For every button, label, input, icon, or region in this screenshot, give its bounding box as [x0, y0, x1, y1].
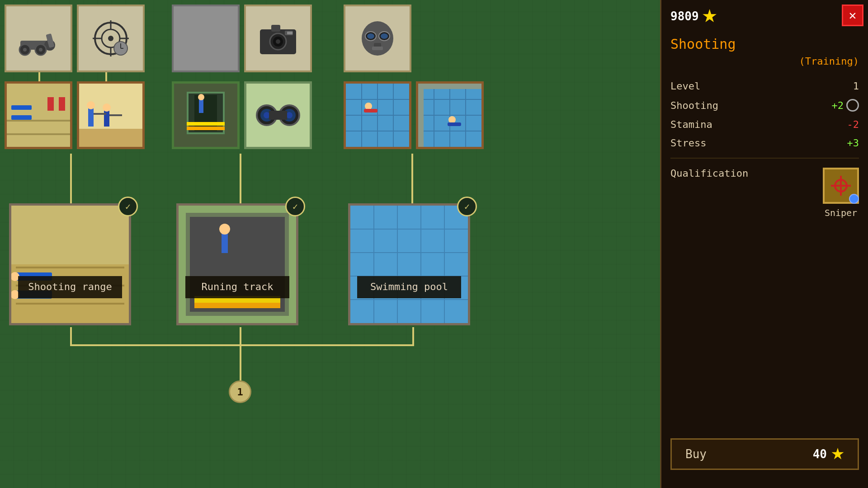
pool-scene-left	[346, 84, 409, 147]
svg-rect-49	[187, 122, 225, 126]
svg-rect-21	[271, 25, 280, 32]
svg-rect-51	[199, 99, 203, 113]
panel-title: Shooting	[670, 36, 859, 52]
svg-point-58	[286, 112, 292, 118]
svg-rect-40	[88, 108, 94, 127]
empty-icon-frame[interactable]	[172, 5, 240, 72]
svg-rect-34	[11, 105, 32, 110]
checkmark-shooting: ✓	[118, 197, 138, 216]
divider	[670, 158, 859, 159]
shooting-stat-value: +2	[832, 99, 859, 112]
svg-rect-91	[179, 206, 296, 213]
svg-rect-23	[287, 32, 292, 34]
svg-rect-94	[289, 206, 296, 323]
qualification-section: Qualification Sniper	[670, 168, 859, 218]
stat-row-level: Level 1	[670, 80, 859, 92]
wire-bottom-h	[70, 344, 414, 346]
sniper-icon-frame[interactable]	[77, 5, 145, 72]
stat-row-stamina: Stamina -2	[670, 119, 859, 130]
swimming-pool-label: Swimming pool	[357, 276, 461, 298]
wire-btm-center	[240, 327, 241, 346]
svg-point-57	[264, 112, 270, 118]
swimming-pool-card[interactable]: ✓ Swimming pool	[348, 203, 470, 325]
cannon-icon	[16, 16, 61, 61]
cannon-icon-frame[interactable]	[5, 5, 72, 72]
star-currency-icon	[703, 9, 717, 23]
sniper-qual-icon	[823, 168, 859, 204]
svg-rect-98	[222, 233, 228, 253]
number-badge: 1	[229, 380, 251, 403]
currency-amount: 9809	[670, 9, 699, 23]
sniper-target-icon	[88, 16, 133, 61]
qualification-name: Sniper	[823, 207, 859, 218]
shooting-range-card[interactable]: ✓ Shooting range	[9, 203, 131, 325]
pool-preview-left[interactable]	[344, 81, 411, 149]
running-track-scene	[174, 84, 237, 147]
camera-icon	[255, 16, 301, 61]
running-track-bg	[179, 206, 296, 323]
svg-rect-78	[418, 84, 424, 147]
stat-row-shooting: Shooting +2	[670, 99, 859, 112]
svg-point-68	[365, 103, 372, 110]
svg-rect-50	[187, 127, 225, 130]
svg-rect-80	[448, 122, 461, 126]
svg-rect-39	[79, 129, 142, 147]
svg-point-27	[367, 33, 374, 39]
svg-point-99	[219, 224, 230, 235]
stat-row-stress: Stress +3	[670, 137, 859, 149]
svg-rect-32	[7, 120, 70, 122]
game-area: ✓ Shooting range ✓	[0, 0, 660, 488]
svg-rect-45	[109, 114, 122, 116]
panel-subtitle: (Training)	[670, 56, 859, 67]
shooting-range-scene-right	[79, 84, 142, 147]
svg-rect-109	[350, 206, 468, 323]
svg-rect-77	[418, 84, 481, 89]
wire-btm-right	[412, 327, 414, 346]
buy-button[interactable]: Buy 40	[670, 438, 859, 470]
camera-icon-frame[interactable]	[244, 5, 312, 72]
svg-point-6	[39, 48, 42, 52]
svg-rect-85	[16, 303, 124, 305]
svg-point-79	[448, 116, 456, 123]
qual-badge-dot	[849, 194, 859, 204]
crosshair-circle	[834, 179, 848, 192]
gas-mask-icon-frame[interactable]	[344, 5, 411, 72]
svg-point-20	[276, 39, 280, 44]
buy-price: 40	[813, 447, 844, 461]
svg-rect-35	[11, 115, 32, 120]
checkmark-pool: ✓	[457, 197, 477, 216]
shooting-range-preview-right[interactable]	[77, 81, 145, 149]
panel-content: Shooting (Training) Level 1 Shooting +2 …	[661, 0, 868, 227]
buy-label: Buy	[685, 447, 707, 461]
binoculars-preview[interactable]	[244, 81, 312, 149]
level-label: Level	[670, 80, 700, 92]
checkmark-running: ✓	[285, 197, 305, 216]
svg-rect-97	[194, 303, 280, 308]
pool-scene-right	[418, 84, 481, 147]
shooting-range-bg	[11, 206, 129, 323]
wire-btm-left	[70, 327, 72, 346]
qualification-label: Qualification	[670, 168, 748, 179]
close-button[interactable]: ✕	[842, 5, 863, 26]
svg-rect-83	[16, 267, 124, 268]
level-value: 1	[853, 80, 859, 92]
svg-rect-69	[364, 109, 377, 113]
svg-point-52	[198, 94, 204, 100]
gas-mask-icon	[355, 16, 400, 61]
stress-value: +3	[847, 137, 859, 149]
svg-rect-37	[59, 97, 65, 111]
wire-to-badge	[240, 344, 241, 380]
svg-rect-59	[269, 111, 287, 120]
svg-rect-44	[94, 113, 106, 115]
buy-star-icon	[831, 448, 844, 460]
running-track-card[interactable]: ✓ Runing track	[176, 203, 298, 325]
shooting-range-scene-left	[7, 84, 70, 147]
binoculars-icon-large	[255, 97, 301, 133]
running-track-label: Runing track	[185, 276, 289, 298]
qualification-icon-container: Sniper	[823, 168, 859, 218]
shooting-range-preview-left[interactable]	[5, 81, 72, 149]
right-panel: 9809 ✕ Shooting (Training) Level 1 Shoot…	[660, 0, 868, 488]
swimming-pool-bg	[350, 206, 468, 323]
pool-preview-right[interactable]	[416, 81, 484, 149]
running-track-preview[interactable]	[172, 81, 240, 149]
